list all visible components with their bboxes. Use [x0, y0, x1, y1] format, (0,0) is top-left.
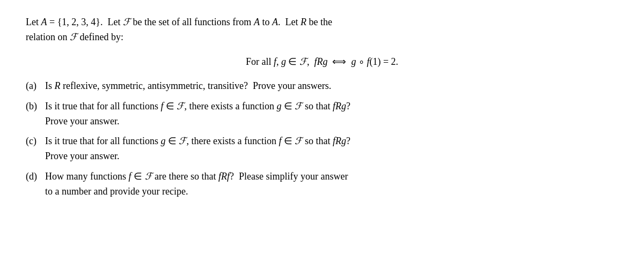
- problem-d-label: (d): [26, 169, 45, 184]
- problem-c: (c) Is it true that for all functions g …: [26, 134, 618, 164]
- formula-text: For all f, g ∈ ℱ, fRg ⟺ g ∘ f(1) = 2.: [246, 56, 398, 67]
- problem-b: (b) Is it true that for all functions f …: [26, 99, 618, 129]
- problem-b-text: Is it true that for all functions f ∈ ℱ,…: [45, 99, 618, 129]
- problem-d: (d) How many functions f ∈ ℱ are there s…: [26, 169, 618, 199]
- problem-c-label: (c): [26, 134, 45, 149]
- definition-formula: For all f, g ∈ ℱ, fRg ⟺ g ∘ f(1) = 2.: [26, 55, 618, 69]
- problem-a: (a) Is R reflexive, symmetric, antisymme…: [26, 79, 618, 94]
- intro-line2: relation on ℱ defined by:: [26, 32, 123, 42]
- problem-a-label: (a): [26, 79, 45, 94]
- problems-list: (a) Is R reflexive, symmetric, antisymme…: [26, 79, 618, 199]
- problem-b-label: (b): [26, 99, 45, 114]
- page: Let A = {1, 2, 3, 4}. Let ℱ be the set o…: [0, 0, 644, 276]
- intro-line1: Let A = {1, 2, 3, 4}. Let ℱ be the set o…: [26, 17, 332, 27]
- intro-paragraph: Let A = {1, 2, 3, 4}. Let ℱ be the set o…: [26, 15, 618, 45]
- problem-d-text: How many functions f ∈ ℱ are there so th…: [45, 169, 618, 199]
- problem-c-text: Is it true that for all functions g ∈ ℱ,…: [45, 134, 618, 164]
- problem-a-text: Is R reflexive, symmetric, antisymmetric…: [45, 79, 618, 94]
